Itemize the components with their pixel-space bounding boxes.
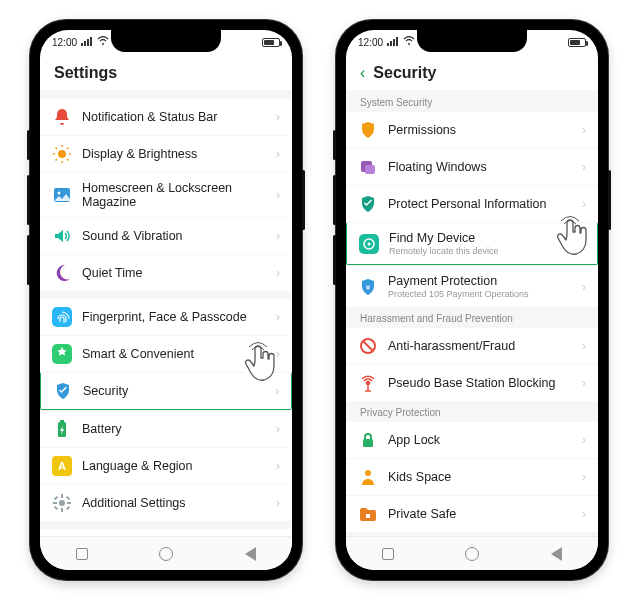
- svg-rect-36: [365, 165, 375, 174]
- moon-icon: [52, 263, 72, 283]
- sound-icon: [52, 226, 72, 246]
- chevron-right-icon: ›: [276, 110, 280, 124]
- row-homescreen[interactable]: Homescreen & Lockscreen Magazine ›: [40, 172, 292, 217]
- svg-line-13: [67, 148, 69, 150]
- row-battery[interactable]: Battery ›: [40, 410, 292, 447]
- back-icon[interactable]: ‹: [360, 65, 365, 81]
- battery-icon: [262, 38, 280, 47]
- recent-apps-button[interactable]: [76, 548, 88, 560]
- svg-line-10: [56, 148, 58, 150]
- phone-security: 12:00 ‹ Security System Security: [336, 20, 608, 580]
- svg-point-19: [59, 500, 65, 506]
- chevron-right-icon: ›: [582, 160, 586, 174]
- row-private-safe[interactable]: Private Safe ›: [346, 495, 598, 532]
- bell-icon: [52, 107, 72, 127]
- svg-rect-25: [66, 506, 70, 510]
- svg-point-15: [58, 192, 61, 195]
- row-updates[interactable]: Software Updates ›: [40, 529, 292, 536]
- battery-icon: [52, 419, 72, 439]
- wifi-icon: [403, 36, 415, 48]
- row-payment[interactable]: ¥ Payment Protection Protected 105 Payme…: [346, 265, 598, 307]
- shield-check-icon: [358, 194, 378, 214]
- svg-rect-1: [84, 41, 86, 46]
- row-anti-harassment[interactable]: Anti-harassment/Fraud ›: [346, 328, 598, 364]
- window-icon: [358, 157, 378, 177]
- svg-point-4: [102, 43, 104, 45]
- row-sound[interactable]: Sound & Vibration ›: [40, 217, 292, 254]
- row-label: Find My Device: [389, 231, 571, 245]
- row-label: Protect Personal Information: [388, 197, 572, 211]
- security-list[interactable]: System Security Permissions › Floating W…: [346, 91, 598, 536]
- row-pseudo-base[interactable]: Pseudo Base Station Blocking ›: [346, 364, 598, 401]
- chevron-right-icon: ›: [276, 422, 280, 436]
- row-notification[interactable]: Notification & Status Bar ›: [40, 99, 292, 135]
- svg-rect-0: [81, 43, 83, 46]
- svg-rect-3: [90, 37, 92, 46]
- person-icon: [358, 467, 378, 487]
- row-sublabel: Remotely locate this device: [389, 246, 571, 256]
- chevron-right-icon: ›: [582, 433, 586, 447]
- chevron-right-icon: ›: [582, 470, 586, 484]
- header: Settings: [40, 54, 292, 91]
- sun-icon: [52, 144, 72, 164]
- svg-rect-30: [387, 43, 389, 46]
- chevron-right-icon: ›: [276, 266, 280, 280]
- row-find-device[interactable]: Find My Device Remotely locate this devi…: [346, 222, 598, 265]
- row-quiet[interactable]: Quiet Time ›: [40, 254, 292, 291]
- svg-rect-33: [396, 37, 398, 46]
- svg-rect-45: [366, 514, 370, 518]
- row-smart[interactable]: Smart & Convenient ›: [40, 335, 292, 372]
- tower-icon: [358, 373, 378, 393]
- back-button[interactable]: [551, 547, 562, 561]
- row-label: Additional Settings: [82, 496, 266, 510]
- home-button[interactable]: [159, 547, 173, 561]
- row-display[interactable]: Display & Brightness ›: [40, 135, 292, 172]
- navigation-bar: [346, 536, 598, 570]
- page-title: Security: [373, 64, 436, 82]
- row-label: Quiet Time: [82, 266, 266, 280]
- row-label: Homescreen & Lockscreen Magazine: [82, 181, 266, 209]
- chevron-right-icon: ›: [582, 197, 586, 211]
- chevron-right-icon: ›: [582, 507, 586, 521]
- row-floating[interactable]: Floating Windows ›: [346, 148, 598, 185]
- row-kids[interactable]: Kids Space ›: [346, 458, 598, 495]
- row-additional[interactable]: Additional Settings ›: [40, 484, 292, 521]
- navigation-bar: [40, 536, 292, 570]
- svg-rect-24: [54, 496, 58, 500]
- row-app-lock[interactable]: App Lock ›: [346, 422, 598, 458]
- chevron-right-icon: ›: [582, 123, 586, 137]
- svg-rect-27: [66, 496, 70, 500]
- row-label: Anti-harassment/Fraud: [388, 339, 572, 353]
- home-button[interactable]: [465, 547, 479, 561]
- row-label: Fingerprint, Face & Passcode: [82, 310, 266, 324]
- folder-lock-icon: [358, 504, 378, 524]
- row-fingerprint[interactable]: Fingerprint, Face & Passcode ›: [40, 299, 292, 335]
- row-label: Smart & Convenient: [82, 347, 266, 361]
- row-label: Sound & Vibration: [82, 229, 266, 243]
- svg-rect-2: [87, 39, 89, 46]
- group-header: System Security: [346, 91, 598, 112]
- svg-rect-22: [53, 502, 57, 504]
- row-security[interactable]: Security ›: [40, 372, 292, 410]
- svg-rect-26: [54, 506, 58, 510]
- row-permissions[interactable]: Permissions ›: [346, 112, 598, 148]
- settings-list[interactable]: Notification & Status Bar › Display & Br…: [40, 91, 292, 536]
- shield-pay-icon: ¥: [358, 277, 378, 297]
- row-label: Notification & Status Bar: [82, 110, 266, 124]
- signal-icon: [81, 36, 93, 48]
- row-label: Floating Windows: [388, 160, 572, 174]
- gear-icon: [52, 493, 72, 513]
- row-language[interactable]: A Language & Region ›: [40, 447, 292, 484]
- chevron-right-icon: ›: [276, 347, 280, 361]
- svg-point-34: [408, 43, 410, 45]
- svg-line-11: [67, 159, 69, 161]
- locate-icon: [359, 234, 379, 254]
- shield-icon: [358, 120, 378, 140]
- svg-point-38: [368, 242, 371, 245]
- group-header: Harassment and Fraud Prevention: [346, 307, 598, 328]
- recent-apps-button[interactable]: [382, 548, 394, 560]
- back-button[interactable]: [245, 547, 256, 561]
- svg-rect-17: [60, 420, 64, 422]
- row-protect-info[interactable]: Protect Personal Information ›: [346, 185, 598, 222]
- group-header: Privacy Protection: [346, 401, 598, 422]
